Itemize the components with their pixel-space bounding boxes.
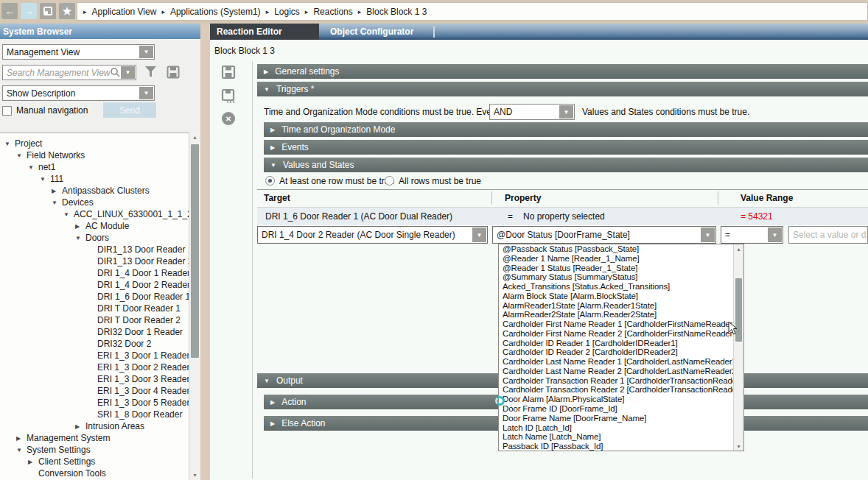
tree-item[interactable]: ERI 1_3 Door 5 Reader 1 [0,397,189,409]
tab-object-configurator[interactable]: Object Configurator [330,24,413,40]
tree-item[interactable]: DRI32 Door 2 [0,338,189,350]
expand-icon[interactable]: ▶ [28,459,38,465]
save-search-icon[interactable] [167,66,180,79]
events-operator-select[interactable]: AND ▼ [489,104,575,120]
breadcrumb-item[interactable]: Block Block 1 3 [366,7,427,17]
edit-property-select[interactable]: @Door Status [DoorFrame_State] ▼ [492,226,716,244]
section-values-states[interactable]: ▼Values and States [264,158,868,172]
tree-item[interactable]: ▼Doors [0,232,189,244]
tab-reaction-editor[interactable]: Reaction Editor [210,24,319,40]
property-option[interactable]: AlarmReader2State [Alarm.Reader2State] [499,310,734,320]
breadcrumb-item[interactable]: Application View [92,7,157,17]
property-option[interactable]: Cardholder ID Reader 1 [CardholderIDRead… [499,339,734,348]
tree-item[interactable]: ▶AC Module [0,220,189,232]
tree-item[interactable]: Conversion Tools [0,467,189,479]
description-selector[interactable]: Show Description ▼ [2,85,155,101]
collapse-icon[interactable]: ▼ [52,200,62,206]
section-events[interactable]: ▶Events [264,140,868,155]
chevron-down-icon[interactable]: ▼ [472,227,486,242]
edit-operator-select[interactable]: = ▼ [721,226,783,244]
property-option[interactable]: @Passback Status [Passback_State] [499,244,734,254]
section-general-settings[interactable]: ▶General settings [257,64,868,79]
expand-icon[interactable]: ▶ [75,423,85,430]
tree-item[interactable]: ▼ACC_LINUX_6330001_1_1_2 [0,208,189,220]
property-option[interactable]: @Reader 1 Name [Reader_1_Name] [499,254,734,264]
tree-item[interactable]: DRI T Door Reader 2 [0,314,189,326]
recent-view-button[interactable] [40,3,56,19]
chevron-down-icon[interactable]: ▼ [768,227,782,242]
property-option[interactable]: Latch ID [Latch_Id] [499,423,734,433]
filter-icon[interactable] [144,66,157,79]
collapse-icon[interactable]: ▼ [16,152,27,159]
property-option[interactable]: Cardholder Last Name Reader 2 [Cardholde… [499,367,734,376]
property-option[interactable]: Cardholder Transaction Reader 1 [Cardhol… [499,376,734,386]
search-input[interactable] [3,68,110,78]
forward-button[interactable]: → [21,3,37,19]
collapse-icon[interactable]: ▼ [63,211,74,218]
property-option[interactable]: @Reader 1 Status [Reader_1_State] [499,264,734,273]
discard-button[interactable]: ✕ [222,112,235,125]
tree-item[interactable]: DIR1_13 Door Reader 2 [0,255,189,267]
collapse-icon[interactable]: ▼ [16,447,27,453]
chevron-down-icon[interactable]: ▼ [139,87,153,99]
property-option[interactable]: Door Frame ID [DoorFrame_Id] [499,404,734,414]
column-header-target[interactable]: Target [264,193,290,203]
property-option[interactable]: Latch Name [Latch_Name] [499,432,734,442]
tree-item[interactable]: ERI 1_3 Door 2 Reader [0,361,189,373]
save-icon[interactable] [221,65,236,80]
breadcrumb-item[interactable]: Logics [274,7,300,17]
chevron-down-icon[interactable]: ▼ [701,227,715,242]
back-button[interactable]: ← [1,3,18,19]
table-row[interactable]: DRI 1_6 Door Reader 1 (AC Door Dual Read… [257,208,868,225]
tree-item[interactable]: ERI 1_3 Door 3 Reader 1 [0,373,189,385]
property-option[interactable]: Cardholder First Name Reader 1 [Cardhold… [499,320,734,329]
property-option[interactable]: Door Alarm [Alarm.PhysicalState] [499,395,734,404]
tree-item[interactable]: DIR1_13 Door Reader 1 [0,244,189,255]
collapse-icon[interactable]: ▼ [4,141,15,147]
tree-item[interactable]: SRI 1_8 Door Reader [0,409,189,420]
tree-item[interactable]: ERI 1_3 Door 1 Reader [0,350,189,361]
breadcrumb-item[interactable]: Applications (System1) [170,7,261,17]
radio-at-least-one-row[interactable] [265,176,275,186]
property-option[interactable]: Passback ID [Passback_Id] [499,442,734,451]
tree-item[interactable]: DRI 1_4 Door 1 Reader [0,267,189,279]
chevron-down-icon[interactable]: ▼ [559,105,573,119]
edit-target-select[interactable]: DRI 1_4 Door 2 Reader (AC Door Single Re… [257,226,488,244]
tree-item[interactable]: ▼111 [0,173,189,185]
popup-scrollbar[interactable]: ▲ ▼ [733,244,743,451]
collapse-icon[interactable]: ▼ [28,164,38,171]
property-option[interactable]: Cardholder Transaction Reader 2 [Cardhol… [499,385,734,395]
expand-icon[interactable]: ▶ [16,435,27,442]
property-option[interactable]: Alarm Block State [Alarm.BlockState] [499,292,734,301]
collapse-icon[interactable]: ▼ [40,176,50,183]
column-header-property[interactable]: Property [505,193,541,203]
section-time-org-mode[interactable]: ▶Time and Organization Mode [264,122,868,137]
column-header-value-range[interactable]: Value Range [741,193,793,203]
edit-value-input[interactable] [788,226,868,244]
property-option[interactable]: Cardholder Last Name Reader 1 [Cardholde… [499,357,734,367]
tree-item[interactable]: DRI32 Door 1 Reader [0,326,189,338]
save-as-icon[interactable] [221,88,236,103]
collapse-icon[interactable]: ▼ [75,235,85,241]
scroll-up-icon[interactable]: ▲ [189,133,200,142]
view-selector[interactable]: Management View ▼ [2,44,155,60]
property-option[interactable]: Cardholder First Name Reader 2 [Cardhold… [499,329,734,339]
tree-item[interactable]: DRI 1_4 Door 2 Reader [0,279,189,291]
tree-item[interactable]: ▶Antipassback Clusters [0,185,189,197]
property-option[interactable]: @Summary Status [SummaryStatus] [499,272,734,282]
tree-item[interactable]: ▶Management System [0,432,189,444]
radio-all-rows[interactable] [385,176,394,186]
tree-item[interactable]: DRI 1_6 Door Reader 1 [0,291,189,303]
expand-icon[interactable]: ▶ [52,188,62,194]
tree-item[interactable]: ▼Project [0,138,189,149]
send-button[interactable]: Send [103,102,156,118]
scroll-down-icon[interactable]: ▼ [189,470,200,480]
tree-item[interactable]: DRI T Door Reader 1 [0,303,189,314]
tree-item[interactable]: ▶Intrusion Areas [0,420,189,432]
tree-item[interactable]: ▼net1 [0,161,189,173]
scroll-up-icon[interactable]: ▲ [734,244,743,253]
favorites-button[interactable]: ★ [59,3,75,19]
tree-item[interactable]: ▼Field Networks [0,149,189,161]
breadcrumb-item[interactable]: Reactions [313,7,352,17]
tree-item[interactable]: ▼System Settings [0,444,189,456]
